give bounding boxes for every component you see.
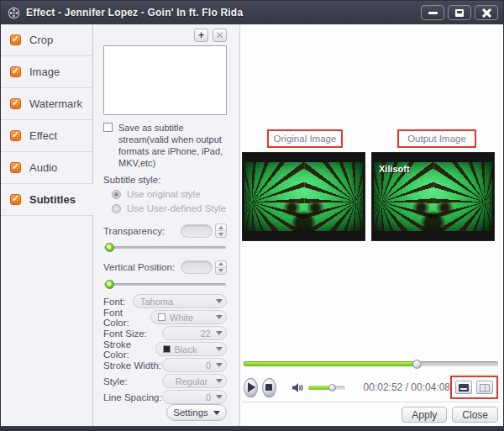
titlebar[interactable]: Effect - Jennifer Lopez - Goin' In ft. F… <box>1 1 503 24</box>
stepper-up-icon[interactable] <box>216 261 226 268</box>
stop-icon <box>265 384 272 391</box>
transparency-label: Transparency: <box>103 226 165 236</box>
window-title: Effect - Jennifer Lopez - Goin' In ft. F… <box>26 7 243 18</box>
close-dialog-button[interactable]: Close <box>452 407 498 423</box>
vertical-position-row: Vertical Position: <box>103 260 227 275</box>
stroke-color-dropdown[interactable]: Black <box>155 342 227 356</box>
image-checkbox-checked-icon[interactable] <box>10 66 21 77</box>
vertical-position-slider-thumb[interactable] <box>105 280 114 289</box>
sidebar-item-label: Audio <box>29 161 57 174</box>
subtitles-checkbox-checked-icon[interactable] <box>10 194 21 205</box>
original-image-annotation-box: Original Image <box>267 129 343 148</box>
subtitle-list-toolbar: + ✕ <box>103 29 227 42</box>
save-as-stream-checkbox[interactable] <box>103 123 113 132</box>
chevron-down-icon <box>216 299 223 303</box>
sidebar-item-effect[interactable]: Effect <box>1 120 93 152</box>
volume-track[interactable] <box>308 386 345 390</box>
remove-subtitle-button[interactable]: ✕ <box>213 29 227 42</box>
maximize-icon <box>455 9 464 17</box>
sidebar-item-audio[interactable]: Audio <box>1 152 93 184</box>
maximize-button[interactable] <box>448 5 471 20</box>
split-screen-icon <box>480 384 490 392</box>
chevron-down-icon <box>216 395 223 399</box>
chevron-down-icon <box>216 363 223 367</box>
single-screen-icon <box>459 384 469 392</box>
transparency-slider-thumb[interactable] <box>105 243 114 252</box>
subtitles-settings-panel: + ✕ Save as subtitle stream(valid when o… <box>93 24 240 426</box>
volume-thumb[interactable] <box>328 384 336 392</box>
sidebar-item-image[interactable]: Image <box>1 56 93 88</box>
subtitle-style-label: Subtitle style: <box>103 175 227 185</box>
film-reel-icon <box>8 7 20 19</box>
transparency-stepper[interactable] <box>215 223 227 238</box>
use-original-style-radio[interactable] <box>112 190 121 199</box>
font-row: Font: Tahoma <box>103 294 227 308</box>
transparency-slider[interactable] <box>103 242 227 251</box>
stroke-width-row: Stroke Width: 0 <box>103 358 227 372</box>
effect-checkbox-checked-icon[interactable] <box>10 130 21 141</box>
stroke-width-dropdown[interactable]: 0 <box>162 358 227 372</box>
font-color-dropdown[interactable]: White <box>150 310 227 324</box>
stepper-down-icon[interactable] <box>216 231 226 237</box>
stroke-width-label: Stroke Width: <box>103 360 161 371</box>
use-userdefined-style-row: Use User-defined Style <box>112 203 227 213</box>
time-display: 00:02:52 / 00:04:08 <box>364 381 450 393</box>
original-video-frame <box>244 162 363 231</box>
minimize-icon <box>428 12 438 14</box>
output-image-label: Output Image <box>407 134 466 144</box>
original-preview-frame <box>242 152 365 241</box>
sidebar-item-label: Effect <box>29 129 57 142</box>
use-original-style-row: Use original style <box>112 189 227 199</box>
single-preview-button[interactable] <box>455 381 472 394</box>
dialog-footer: Apply Close <box>242 402 500 426</box>
transparency-slider-track[interactable] <box>104 246 226 249</box>
sidebar-item-label: Image <box>29 66 60 78</box>
style-label: Style: <box>103 376 128 386</box>
seek-slider[interactable] <box>242 359 500 369</box>
play-button[interactable] <box>244 378 258 397</box>
minimize-button[interactable] <box>421 5 444 20</box>
vertical-position-slider[interactable] <box>103 279 227 288</box>
apply-button[interactable]: Apply <box>402 407 447 423</box>
transport-controls: 00:02:52 / 00:04:08 <box>242 376 500 398</box>
sidebar-item-watermark[interactable]: Watermark <box>1 88 93 120</box>
audio-checkbox-checked-icon[interactable] <box>10 162 21 173</box>
watermark-checkbox-checked-icon[interactable] <box>10 98 21 109</box>
save-as-stream-row: Save as subtitle stream(valid when outpu… <box>103 122 227 169</box>
close-button[interactable] <box>475 5 498 20</box>
font-size-dropdown[interactable]: 22 <box>162 326 227 340</box>
compare-preview-button[interactable] <box>476 381 493 394</box>
add-subtitle-button[interactable]: + <box>194 29 208 42</box>
font-dropdown[interactable]: Tahoma <box>133 294 227 308</box>
line-spacing-dropdown[interactable]: 0 <box>162 390 227 404</box>
sidebar-item-crop[interactable]: Crop <box>1 24 93 56</box>
vertical-position-stepper[interactable] <box>215 260 227 275</box>
chevron-down-icon <box>216 315 223 319</box>
output-image-annotation-box: Output Image <box>397 129 476 148</box>
crop-checkbox-checked-icon[interactable] <box>10 34 21 45</box>
volume-slider[interactable] <box>308 386 345 390</box>
black-color-swatch <box>163 345 171 353</box>
sidebar-item-subtitles[interactable]: Subtitles <box>1 184 93 216</box>
save-as-stream-label: Save as subtitle stream(valid when outpu… <box>118 122 227 169</box>
window-controls <box>421 5 498 20</box>
font-size-label: Font Size: <box>103 329 147 339</box>
vertical-position-slider-track[interactable] <box>104 283 226 286</box>
stop-button[interactable] <box>262 378 276 397</box>
vertical-position-value-field[interactable] <box>181 260 213 274</box>
seek-progress-fill <box>244 361 417 366</box>
font-size-row: Font Size: 22 <box>103 326 227 340</box>
preview-mode-annotation-box <box>450 376 498 399</box>
subtitle-file-list[interactable] <box>103 45 227 115</box>
seek-thumb[interactable] <box>412 360 422 369</box>
stepper-up-icon[interactable] <box>216 224 226 231</box>
transparency-value-field[interactable] <box>181 224 213 238</box>
use-userdefined-style-radio[interactable] <box>112 204 121 213</box>
use-original-style-label: Use original style <box>127 189 201 199</box>
settings-button[interactable]: Settings <box>166 404 227 421</box>
stepper-down-icon[interactable] <box>216 268 226 274</box>
seek-track[interactable] <box>244 361 498 366</box>
stroke-color-row: Stroke Color: Black <box>103 342 227 356</box>
stroke-color-label: Stroke Color: <box>103 339 155 360</box>
style-dropdown[interactable]: Regular <box>162 374 227 388</box>
